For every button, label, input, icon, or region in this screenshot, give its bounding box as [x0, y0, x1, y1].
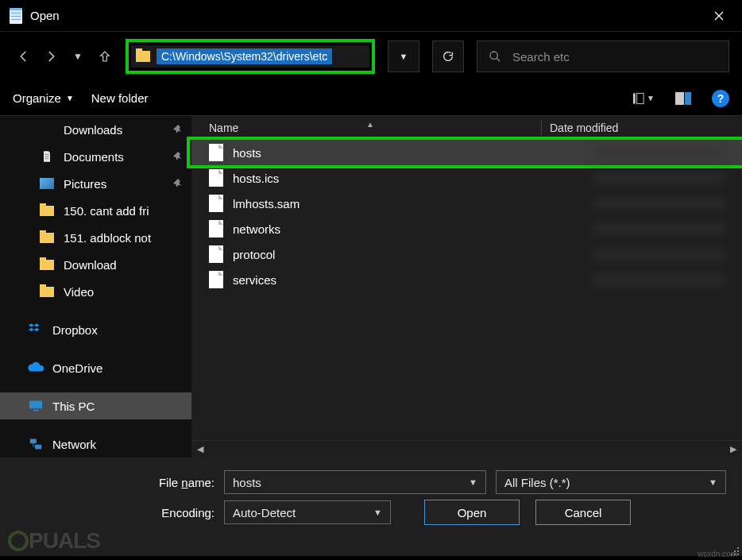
- sidebar-item-label: 151. adblock not: [64, 231, 151, 245]
- dropbox-icon: [27, 322, 44, 337]
- toolbar: Organize▼ New folder ▼ ?: [0, 81, 742, 116]
- file-list: hosts hosts.ics lmhosts.sam networks pro: [191, 140, 742, 292]
- file-name: services: [233, 273, 276, 287]
- file-icon: [209, 271, 223, 288]
- file-date-blurred: [591, 146, 726, 159]
- file-name: protocol: [233, 248, 275, 261]
- chevron-down-icon: ▼: [709, 477, 717, 487]
- sort-indicator-icon: ▲: [366, 120, 374, 129]
- sidebar-item-pictures[interactable]: Pictures: [0, 170, 191, 197]
- file-icon: [209, 195, 223, 212]
- network-icon: [27, 437, 44, 451]
- folder-icon: [38, 284, 56, 299]
- title-bar: Open: [0, 0, 742, 32]
- file-row-networks[interactable]: networks: [191, 216, 742, 241]
- address-text[interactable]: C:\Windows\System32\drivers\etc: [157, 48, 332, 64]
- sidebar-item-network[interactable]: Network: [0, 431, 191, 458]
- svg-rect-6: [33, 410, 38, 411]
- main-area: Downloads Documents Pictures 150. cant a…: [0, 116, 742, 458]
- chevron-down-icon: ▼: [373, 508, 382, 517]
- open-button[interactable]: Open: [424, 500, 520, 525]
- file-row-protocol[interactable]: protocol: [191, 241, 742, 267]
- scroll-left-button[interactable]: ◀: [191, 444, 209, 454]
- folder-icon: [38, 257, 56, 272]
- new-folder-button[interactable]: New folder: [91, 91, 149, 105]
- scroll-right-button[interactable]: ▶: [725, 444, 742, 454]
- chevron-down-icon: ▼: [469, 477, 477, 487]
- file-date-blurred: [591, 273, 726, 286]
- file-row-lmhosts[interactable]: lmhosts.sam: [191, 191, 742, 216]
- sidebar: Downloads Documents Pictures 150. cant a…: [0, 116, 191, 458]
- file-name: lmhosts.sam: [233, 197, 300, 210]
- horizontal-scrollbar[interactable]: ◀ ▶: [191, 440, 742, 458]
- window-title: Open: [30, 9, 60, 22]
- sidebar-item-folder-150[interactable]: 150. cant add fri: [0, 197, 191, 224]
- onedrive-icon: [27, 361, 44, 375]
- column-date-modified[interactable]: Date modified: [542, 122, 618, 134]
- file-row-hosts[interactable]: hosts: [191, 140, 742, 165]
- preview-pane-button[interactable]: [672, 90, 694, 107]
- pin-icon: [172, 151, 184, 162]
- organize-menu[interactable]: Organize▼: [13, 91, 74, 105]
- forward-button[interactable]: [40, 45, 62, 68]
- sidebar-item-video[interactable]: Video: [0, 278, 191, 305]
- file-type-filter[interactable]: All Files (*.*) ▼: [496, 470, 726, 494]
- sidebar-item-downloads[interactable]: Downloads: [0, 116, 191, 143]
- file-icon: [209, 144, 223, 161]
- sidebar-item-label: Dropbox: [52, 323, 98, 337]
- bottom-panel: File name: hosts ▼ All Files (*.*) ▼ Enc…: [0, 458, 742, 556]
- filename-combo[interactable]: hosts ▼: [224, 470, 486, 494]
- cancel-button[interactable]: Cancel: [535, 500, 631, 525]
- nav-bar: ▼ C:\Windows\System32\drivers\etc ▼ Sear…: [0, 32, 742, 81]
- help-button[interactable]: ?: [712, 90, 729, 107]
- column-name[interactable]: ▲ Name: [191, 122, 541, 134]
- logo-icon: [8, 531, 29, 551]
- up-button[interactable]: [94, 45, 116, 68]
- encoding-combo[interactable]: Auto-Detect ▼: [224, 500, 391, 524]
- folder-icon: [136, 51, 150, 62]
- sidebar-item-label: Network: [52, 438, 96, 451]
- folder-icon: [38, 230, 56, 245]
- filter-value: All Files (*.*): [504, 476, 701, 489]
- column-headers: ▲ Name Date modified: [191, 116, 742, 140]
- address-highlight: C:\Windows\System32\drivers\etc: [126, 39, 375, 74]
- file-row-services[interactable]: services: [191, 267, 742, 292]
- svg-point-0: [490, 52, 497, 59]
- sidebar-item-folder-151[interactable]: 151. adblock not: [0, 224, 191, 251]
- search-icon: [489, 50, 501, 63]
- svg-rect-4: [685, 92, 691, 105]
- sidebar-item-label: This PC: [52, 400, 95, 413]
- address-bar[interactable]: C:\Windows\System32\drivers\etc: [131, 45, 369, 68]
- resize-grip[interactable]: [729, 546, 739, 555]
- svg-rect-1: [633, 93, 636, 103]
- sidebar-item-download[interactable]: Download: [0, 251, 191, 278]
- file-icon: [209, 169, 223, 187]
- view-options-button[interactable]: ▼: [632, 90, 655, 107]
- close-button[interactable]: [701, 0, 737, 32]
- sidebar-item-documents[interactable]: Documents: [0, 143, 191, 170]
- encoding-label: Encoding:: [16, 506, 214, 519]
- sidebar-item-onedrive[interactable]: OneDrive: [0, 354, 191, 381]
- file-date-blurred: [591, 172, 726, 184]
- sidebar-item-label: Download: [64, 258, 117, 272]
- address-dropdown-button[interactable]: ▼: [388, 41, 419, 72]
- back-button[interactable]: [13, 45, 35, 68]
- watermark: PUALS: [8, 527, 100, 554]
- pin-icon: [172, 124, 184, 135]
- sidebar-item-label: Documents: [64, 150, 124, 164]
- svg-rect-2: [637, 93, 643, 103]
- refresh-button[interactable]: [432, 41, 464, 72]
- search-box[interactable]: Search etc: [477, 41, 729, 72]
- this-pc-icon: [27, 399, 44, 413]
- file-icon: [209, 245, 223, 263]
- file-row-hosts-ics[interactable]: hosts.ics: [191, 165, 742, 191]
- sidebar-item-label: 150. cant add fri: [64, 204, 149, 218]
- file-icon: [209, 220, 223, 238]
- pin-icon: [172, 178, 184, 189]
- sidebar-item-dropbox[interactable]: Dropbox: [0, 316, 191, 343]
- sidebar-item-this-pc[interactable]: This PC: [0, 392, 191, 419]
- recent-locations-button[interactable]: ▼: [67, 45, 89, 68]
- folder-icon: [38, 203, 56, 218]
- pictures-icon: [38, 176, 56, 191]
- file-name: networks: [233, 222, 280, 236]
